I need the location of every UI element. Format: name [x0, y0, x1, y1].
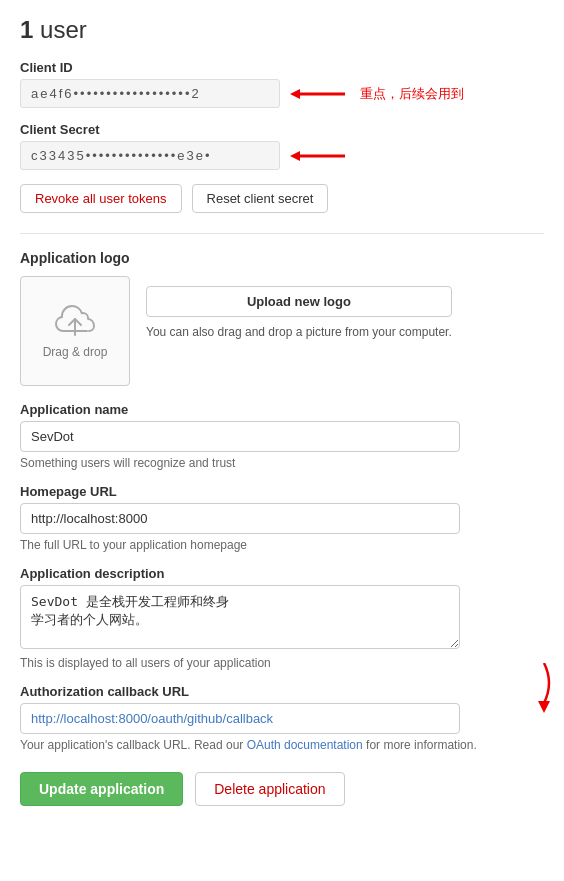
section-divider [20, 233, 544, 234]
logo-hint: You can also drag and drop a picture fro… [146, 325, 452, 339]
cloud-upload-icon [53, 303, 97, 339]
client-id-annotation: 重点，后续会用到 [360, 85, 464, 103]
svg-marker-1 [290, 89, 300, 99]
svg-marker-5 [538, 701, 550, 713]
description-textarea[interactable] [20, 585, 460, 649]
app-name-input[interactable] [20, 421, 460, 452]
client-secret-label: Client Secret [20, 122, 544, 137]
revoke-tokens-button[interactable]: Revoke all user tokens [20, 184, 182, 213]
upload-logo-button[interactable]: Upload new logo [146, 286, 452, 317]
arrow-left-icon [290, 86, 350, 102]
homepage-url-input[interactable] [20, 503, 460, 534]
delete-application-button[interactable]: Delete application [195, 772, 344, 806]
description-hint: This is displayed to all users of your a… [20, 656, 544, 670]
description-label: Application description [20, 566, 544, 581]
oauth-doc-link[interactable]: OAuth documentation [247, 738, 363, 752]
app-name-hint: Something users will recognize and trust [20, 456, 544, 470]
client-id-label: Client ID [20, 60, 544, 75]
svg-marker-3 [290, 151, 300, 161]
callback-url-label: Authorization callback URL [20, 684, 544, 699]
homepage-hint: The full URL to your application homepag… [20, 538, 544, 552]
drag-drop-label: Drag & drop [43, 345, 108, 359]
logo-drop-zone[interactable]: Drag & drop [20, 276, 130, 386]
homepage-url-label: Homepage URL [20, 484, 544, 499]
reset-secret-button[interactable]: Reset client secret [192, 184, 329, 213]
arrow-left-icon-2 [290, 148, 350, 164]
client-secret-value: c33435••••••••••••••e3e• [20, 141, 280, 170]
logo-section-label: Application logo [20, 250, 544, 266]
callback-url-input[interactable] [20, 703, 460, 734]
app-name-label: Application name [20, 402, 544, 417]
update-application-button[interactable]: Update application [20, 772, 183, 806]
client-id-value: ae4f6••••••••••••••••••2 [20, 79, 280, 108]
callback-hint: Your application's callback URL. Read ou… [20, 738, 544, 752]
page-title: 1 user [20, 16, 544, 44]
